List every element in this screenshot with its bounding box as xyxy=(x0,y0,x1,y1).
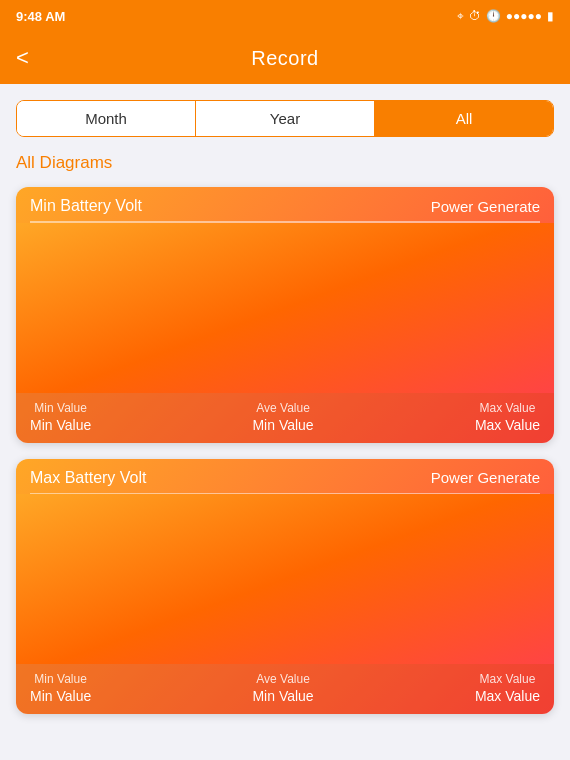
status-icons: ⌖ ⏱ 🕛 ●●●●● ▮ xyxy=(457,9,554,23)
tab-segment: Month Year All xyxy=(16,100,554,137)
stat-label-max-2: Max Value xyxy=(480,672,536,686)
diagram-card-min-battery: Min Battery Volt Power Generate Min Valu… xyxy=(16,187,554,443)
content-area: Month Year All All Diagrams Min Battery … xyxy=(0,84,570,760)
back-button[interactable]: < xyxy=(16,45,29,71)
diagram-stat-min-2: Min Value Min Value xyxy=(30,672,91,704)
diagram-stat-min-1: Min Value Min Value xyxy=(30,401,91,433)
diagram-footer-1: Min Value Min Value Ave Value Min Value … xyxy=(16,393,554,443)
status-bar: 9:48 AM ⌖ ⏱ 🕛 ●●●●● ▮ xyxy=(0,0,570,32)
alarm-icon: ⏱ xyxy=(469,9,481,23)
diagram-subtitle-1: Power Generate xyxy=(431,198,540,215)
diagram-subtitle-2: Power Generate xyxy=(431,469,540,486)
stat-label-ave-1: Ave Value xyxy=(256,401,310,415)
stat-label-min-2: Min Value xyxy=(34,672,86,686)
diagram-card-max-battery: Max Battery Volt Power Generate Min Valu… xyxy=(16,459,554,715)
bluetooth-icon: ⌖ xyxy=(457,9,464,23)
tab-year[interactable]: Year xyxy=(196,101,375,136)
stat-value-max-2: Max Value xyxy=(475,688,540,704)
diagram-header-2: Max Battery Volt Power Generate xyxy=(16,459,554,493)
stat-value-min-1: Min Value xyxy=(30,417,91,433)
stat-value-max-1: Max Value xyxy=(475,417,540,433)
stat-label-max-1: Max Value xyxy=(480,401,536,415)
section-title: All Diagrams xyxy=(16,153,554,173)
diagram-footer-2: Min Value Min Value Ave Value Min Value … xyxy=(16,664,554,714)
tab-month[interactable]: Month xyxy=(17,101,196,136)
diagram-chart-area-2 xyxy=(16,494,554,664)
diagram-title-2: Max Battery Volt xyxy=(30,469,147,487)
diagram-title-1: Min Battery Volt xyxy=(30,197,142,215)
clock-icon: 🕛 xyxy=(486,9,501,23)
stat-value-min-2: Min Value xyxy=(30,688,91,704)
diagram-stat-max-1: Max Value Max Value xyxy=(475,401,540,433)
header: < Record xyxy=(0,32,570,84)
tab-all[interactable]: All xyxy=(375,101,553,136)
status-time: 9:48 AM xyxy=(16,9,65,24)
stat-label-ave-2: Ave Value xyxy=(256,672,310,686)
diagram-stat-ave-2: Ave Value Min Value xyxy=(252,672,313,704)
signal-icon: ●●●●● xyxy=(506,9,542,23)
diagram-header-1: Min Battery Volt Power Generate xyxy=(16,187,554,221)
battery-icon: ▮ xyxy=(547,9,554,23)
diagram-chart-area-1 xyxy=(16,223,554,393)
diagram-stat-max-2: Max Value Max Value xyxy=(475,672,540,704)
stat-value-ave-1: Min Value xyxy=(252,417,313,433)
diagram-stat-ave-1: Ave Value Min Value xyxy=(252,401,313,433)
stat-value-ave-2: Min Value xyxy=(252,688,313,704)
stat-label-min-1: Min Value xyxy=(34,401,86,415)
page-title: Record xyxy=(251,47,318,70)
